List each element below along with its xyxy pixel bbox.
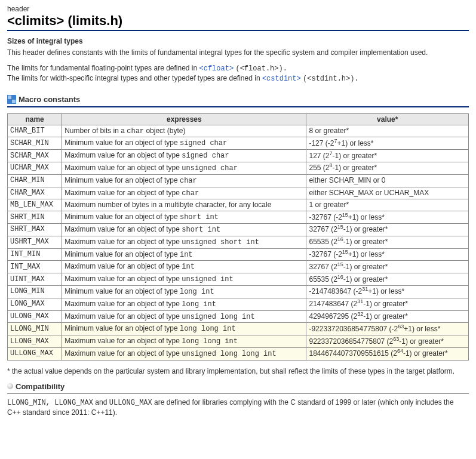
macro-expresses: Minimum value for an object of type long… (62, 285, 306, 298)
macro-value: -127 (-27+1) or less* (306, 137, 469, 150)
macro-expresses: Maximum value for an object of type char (62, 187, 306, 199)
table-row: UCHAR_MAXMaximum value for an object of … (8, 162, 469, 174)
title-paren: (limits.h) (68, 13, 123, 28)
macro-value: 9223372036854775807 (263-1) or greater* (306, 335, 469, 348)
macro-value: 32767 (215-1) or greater* (306, 261, 469, 273)
macro-expresses: Maximum value for an object of type unsi… (62, 273, 306, 286)
subtitle: Sizes of integral types (7, 37, 469, 45)
macro-name: SCHAR_MIN (8, 137, 62, 150)
table-row: ULONG_MAXMaximum value for an object of … (8, 310, 469, 323)
th-expresses: expresses (62, 113, 306, 125)
table-row: LONG_MAXMaximum value for an object of t… (8, 298, 469, 310)
macro-expresses: Minimum value for an object of type sign… (62, 137, 306, 150)
bullet-icon (7, 383, 13, 389)
macro-value: -32767 (-215+1) or less* (306, 211, 469, 224)
divider (7, 393, 469, 394)
table-row: SCHAR_MAXMaximum value for an object of … (8, 150, 469, 162)
macro-expresses: Maximum value for an object of type unsi… (62, 310, 306, 323)
th-value: value* (306, 113, 469, 125)
header-label: header (7, 5, 469, 13)
float-plain: (<float.h>). (235, 64, 287, 73)
divider (7, 106, 469, 107)
macro-value: 65535 (216-1) or greater* (306, 236, 469, 248)
section-macros-label: Macro constants (19, 95, 80, 104)
macro-expresses: Maximum value for an object of type shor… (62, 223, 306, 236)
macros-table: name expresses value* CHAR_BITNumber of … (7, 113, 469, 361)
macro-value: either SCHAR_MAX or UCHAR_MAX (306, 187, 469, 199)
title-main: <climits> (7, 13, 64, 28)
macro-value: 4294967295 (232-1) or greater* (306, 310, 469, 323)
macro-expresses: Maximum value for an object of type unsi… (62, 162, 306, 174)
macro-name: USHRT_MAX (8, 236, 62, 248)
table-row: LLONG_MINMinimum value for an object of … (8, 323, 469, 335)
table-row: CHAR_MAXMaximum value for an object of t… (8, 187, 469, 199)
footnote: * the actual value depends on the partic… (7, 366, 469, 376)
macro-name: SHRT_MIN (8, 211, 62, 224)
table-row: SCHAR_MINMinimum value for an object of … (8, 137, 469, 150)
macro-value: 127 (27-1) or greater* (306, 150, 469, 162)
macro-name: CHAR_MIN (8, 174, 62, 187)
table-row: LONG_MINMinimum value for an object of t… (8, 285, 469, 298)
macro-expresses: Number of bits in a char object (byte) (62, 125, 306, 137)
macro-expresses: Maximum value for an object of type unsi… (62, 347, 306, 360)
macro-value: 32767 (215-1) or greater* (306, 223, 469, 236)
cstdint-link[interactable]: <cstdint> (262, 75, 301, 83)
macro-name: UINT_MAX (8, 273, 62, 286)
macro-expresses: Maximum value for an object of type unsi… (62, 236, 306, 248)
macro-name: MB_LEN_MAX (8, 199, 62, 211)
compat-and: and (93, 398, 109, 406)
section-compat-label: Compatibility (16, 382, 65, 391)
table-row: SHRT_MAXMaximum value for an object of t… (8, 223, 469, 236)
table-row: CHAR_BITNumber of bits in a char object … (8, 125, 469, 137)
macro-name: LONG_MAX (8, 298, 62, 310)
cfloat-link[interactable]: <cfloat> (199, 64, 234, 73)
related-links: The limits for fundamental floating-poin… (7, 63, 469, 84)
page-title: <climits> (limits.h) (7, 13, 469, 29)
macro-expresses: Maximum value for an object of type long… (62, 335, 306, 348)
macro-expresses: Minimum value for an object of type shor… (62, 211, 306, 224)
width-plain: (<stdint.h>). (303, 75, 359, 83)
compat-tt1: LLONG_MIN, LLONG_MAX (7, 399, 93, 407)
macro-name: LLONG_MAX (8, 335, 62, 348)
section-macros: Macro constants (7, 95, 469, 104)
macro-expresses: Maximum value for an object of type long… (62, 298, 306, 310)
compat-tt2: ULLONG_MAX (109, 399, 152, 407)
macro-name: INT_MIN (8, 248, 62, 261)
macro-expresses: Minimum value for an object of type char (62, 174, 306, 187)
compat-text: LLONG_MIN, LLONG_MAX and ULLONG_MAX are … (7, 398, 469, 417)
macro-expresses: Maximum number of bytes in a multibyte c… (62, 199, 306, 211)
macro-name: LLONG_MIN (8, 323, 62, 335)
macro-value: -9223372036854775807 (-263+1) or less* (306, 323, 469, 335)
macro-name: INT_MAX (8, 261, 62, 273)
table-row: SHRT_MINMinimum value for an object of t… (8, 211, 469, 224)
intro-text: This header defines constants with the l… (7, 48, 469, 57)
macro-value: -32767 (-215+1) or less* (306, 248, 469, 261)
table-row: INT_MINMinimum value for an object of ty… (8, 248, 469, 261)
macro-name: ULONG_MAX (8, 310, 62, 323)
macro-expresses: Minimum value for an object of type int (62, 248, 306, 261)
macro-value: 65535 (216-1) or greater* (306, 273, 469, 286)
table-row: INT_MAXMaximum value for an object of ty… (8, 261, 469, 273)
width-line-pre: The limits for width-specific integral t… (7, 74, 262, 82)
macro-value: 2147483647 (231-1) or greater* (306, 298, 469, 310)
float-line-pre: The limits for fundamental floating-poin… (7, 64, 199, 72)
macro-name: SCHAR_MAX (8, 150, 62, 162)
macro-value: either SCHAR_MIN or 0 (306, 174, 469, 187)
macro-name: ULLONG_MAX (8, 347, 62, 360)
macro-expresses: Maximum value for an object of type int (62, 261, 306, 273)
table-row: LLONG_MAXMaximum value for an object of … (8, 335, 469, 348)
table-row: ULLONG_MAXMaximum value for an object of… (8, 347, 469, 360)
macro-name: SHRT_MAX (8, 223, 62, 236)
macro-value: 1 or greater* (306, 199, 469, 211)
macro-name: UCHAR_MAX (8, 162, 62, 174)
table-row: MB_LEN_MAXMaximum number of bytes in a m… (8, 199, 469, 211)
macro-value: -2147483647 (-231+1) or less* (306, 285, 469, 298)
macro-name: CHAR_MAX (8, 187, 62, 199)
macro-value: 255 (28-1) or greater* (306, 162, 469, 174)
macro-value: 8 or greater* (306, 125, 469, 137)
macro-name: LONG_MIN (8, 285, 62, 298)
table-row: CHAR_MINMinimum value for an object of t… (8, 174, 469, 187)
macro-expresses: Maximum value for an object of type sign… (62, 150, 306, 162)
macros-icon (7, 95, 16, 104)
macro-expresses: Minimum value for an object of type long… (62, 323, 306, 335)
